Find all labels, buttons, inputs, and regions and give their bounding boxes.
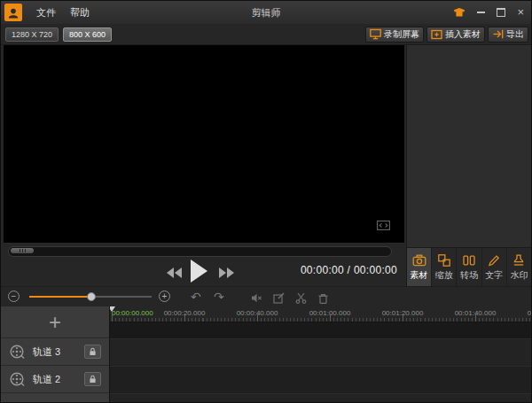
cut-button[interactable] — [295, 291, 307, 307]
transport-bar: 00:00:00 / 00:00:00 — [4, 257, 404, 286]
track-row-3[interactable]: 轨道 3 — [1, 338, 109, 366]
play-icon — [191, 260, 208, 283]
edit-button[interactable] — [273, 291, 285, 307]
camera-icon — [412, 253, 426, 267]
menu-item-file[interactable]: 文件 — [29, 1, 63, 24]
maximize-button[interactable] — [497, 8, 505, 17]
add-track-label: + — [49, 310, 61, 335]
track-label: 轨道 3 — [33, 345, 84, 359]
seek-thumb[interactable] — [11, 248, 34, 253]
stamp-icon — [512, 253, 526, 267]
window-controls: × — [453, 1, 524, 24]
seek-bar[interactable] — [8, 246, 392, 257]
tab-text[interactable]: 文字 — [481, 248, 506, 286]
ruler-label: 00:00:20.000 — [164, 309, 206, 317]
ruler-label: 00:00:40.000 — [237, 309, 278, 317]
skin-icon[interactable] — [453, 8, 466, 18]
app-window: 文件 帮助 剪辑师 × 1280 X 720 800 X 600 — [0, 0, 532, 403]
menu-item-help[interactable]: 帮助 — [63, 1, 97, 24]
timeline-lanes: 00:00:00.000 00:00:20.000 00:00:40.000 0… — [110, 306, 531, 402]
export-label: 导出 — [506, 28, 524, 41]
trash-icon — [317, 292, 329, 304]
lock-button[interactable] — [84, 345, 101, 359]
ruler-label-current: 00:00:00.000 — [112, 309, 153, 317]
zoom-slider-fill — [29, 296, 90, 298]
export-button[interactable]: 导出 — [488, 27, 528, 43]
lane-track-3 — [110, 339, 531, 367]
forward-icon — [219, 267, 234, 278]
scissors-icon — [295, 292, 307, 304]
playhead-marker[interactable] — [110, 306, 115, 312]
app-logo-icon — [4, 4, 22, 21]
record-screen-label: 录制屏幕 — [384, 28, 419, 41]
tab-zoom-label: 缩放 — [435, 269, 453, 282]
right-panel: 素材 缩放 转场 文字 — [406, 45, 531, 286]
lane-track-2 — [110, 367, 531, 394]
tab-material-label: 素材 — [411, 269, 428, 282]
main-toolbar: 1280 X 720 800 X 600 录制屏幕 插入素材 — [1, 24, 531, 45]
tab-material[interactable]: 素材 — [407, 248, 431, 286]
ruler-label: 00:01:00.000 — [309, 309, 351, 317]
tab-watermark[interactable]: 水印 — [506, 248, 531, 286]
lane-strip — [110, 322, 531, 339]
minimize-button[interactable] — [477, 12, 485, 13]
panel-tabs: 素材 缩放 转场 文字 — [407, 247, 531, 286]
close-button[interactable]: × — [517, 1, 524, 24]
pencil-icon — [487, 253, 501, 267]
rewind-button[interactable] — [167, 266, 182, 282]
speaker-mute-icon — [251, 292, 262, 304]
tab-transition[interactable]: 转场 — [456, 248, 481, 286]
zoom-slider[interactable] — [29, 296, 152, 298]
scale-icon — [437, 253, 451, 267]
mute-button[interactable] — [251, 291, 262, 307]
timeline-toolbar: − + ↶ ↷ — [1, 286, 531, 306]
lock-icon — [89, 375, 97, 384]
undo-button[interactable]: ↶ — [191, 289, 201, 305]
add-track-button[interactable]: + — [1, 306, 109, 338]
ruler-label: 00:01:40.000 — [455, 309, 497, 317]
tab-watermark-label: 水印 — [510, 269, 528, 282]
resolution-button-1280x720[interactable]: 1280 X 720 — [5, 27, 59, 42]
insert-media-button[interactable]: 插入素材 — [426, 27, 485, 43]
lock-button[interactable] — [84, 372, 101, 386]
zoom-slider-handle[interactable] — [87, 292, 96, 301]
resolution-button-800x600[interactable]: 800 X 600 — [63, 27, 112, 42]
media-bin — [407, 45, 531, 247]
tab-transition-label: 转场 — [460, 269, 478, 282]
grip-line — [25, 249, 26, 252]
titlebar: 文件 帮助 剪辑师 × — [1, 1, 531, 24]
tab-zoom[interactable]: 缩放 — [431, 248, 456, 286]
transition-icon — [462, 253, 476, 267]
insert-media-label: 插入素材 — [445, 28, 481, 41]
lock-icon — [89, 347, 97, 356]
maximize-icon — [497, 8, 505, 17]
track-row-2[interactable]: 轨道 2 — [1, 366, 109, 393]
ruler-label: 00:02:00.000 — [528, 309, 531, 317]
fit-screen-icon[interactable] — [377, 218, 390, 234]
timeline: + 轨道 3 — [1, 306, 531, 402]
insert-media-icon — [431, 28, 442, 40]
zoom-out-button[interactable]: − — [8, 291, 20, 302]
reel-icon — [9, 371, 25, 387]
grip-line — [22, 249, 23, 252]
reel-icon — [9, 344, 25, 360]
timeline-ruler[interactable]: 00:00:00.000 00:00:20.000 00:00:40.000 0… — [110, 306, 531, 322]
timecode: 00:00:00 / 00:00:00 — [301, 264, 397, 276]
export-icon — [492, 28, 504, 40]
track-header-column: + 轨道 3 — [1, 306, 110, 402]
tab-text-label: 文字 — [485, 269, 503, 282]
minimize-icon — [477, 12, 485, 13]
delete-button[interactable] — [317, 291, 329, 307]
preview-area — [4, 45, 404, 243]
zoom-in-button[interactable]: + — [159, 291, 170, 302]
ruler-label: 00:01:20.000 — [382, 309, 424, 317]
lane-rest — [110, 394, 531, 402]
forward-button[interactable] — [219, 266, 234, 282]
track-label: 轨道 2 — [33, 373, 84, 386]
edit-icon — [273, 292, 285, 304]
record-screen-icon — [370, 28, 381, 40]
play-button[interactable] — [191, 260, 208, 286]
redo-button[interactable]: ↷ — [214, 289, 224, 305]
toolbar-actions: 录制屏幕 插入素材 导出 — [365, 27, 528, 43]
record-screen-button[interactable]: 录制屏幕 — [365, 27, 424, 43]
